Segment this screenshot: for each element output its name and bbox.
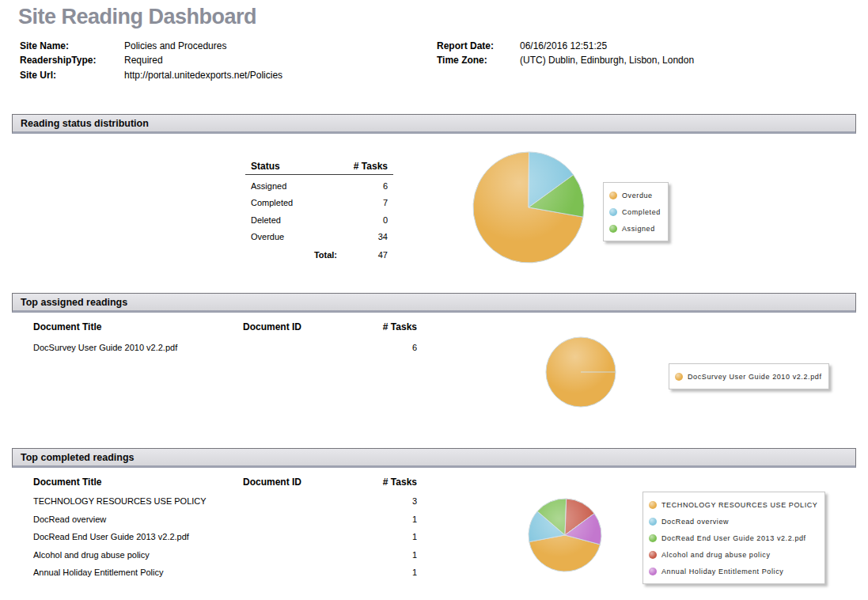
legend-swatch-icon <box>649 501 657 509</box>
page-title: Site Reading Dashboard <box>18 5 256 29</box>
site-url-value: http://portal.unitedexports.net/Policies <box>124 70 282 81</box>
legend-item: DocSurvey User Guide 2010 v2.2.pdf <box>675 368 821 385</box>
section-header-top-completed-readings: Top completed readings <box>12 448 856 468</box>
readership-type-label: ReadershipType: <box>20 55 96 66</box>
table-row: DocRead End User Guide 2013 v2.2.pdf1 <box>33 528 423 546</box>
table-row: DocSurvey User Guide 2010 v2.2.pdf6 <box>33 339 423 357</box>
legend-item: TECHNOLOGY RESOURCES USE POLICY <box>649 496 817 513</box>
completed-readings-table: Document Title Document ID # Tasks TECHN… <box>33 477 423 582</box>
table-header-row: Document Title Document ID # Tasks <box>33 321 423 332</box>
table-header-row: Status # Tasks <box>245 158 393 175</box>
legend-label: DocRead End User Guide 2013 v2.2.pdf <box>661 534 806 542</box>
section-header-reading-status-distribution: Reading status distribution <box>12 114 856 134</box>
assigned-readings-table: Document Title Document ID # Tasks DocSu… <box>33 321 423 357</box>
table-row: Assigned6 <box>245 177 393 195</box>
table-body: DocSurvey User Guide 2010 v2.2.pdf6 <box>33 339 423 357</box>
legend-swatch-icon <box>649 551 657 559</box>
legend-item: Assigned <box>609 220 661 237</box>
column-header-document-title: Document Title <box>33 477 243 488</box>
table-row: DocRead overview1 <box>33 511 423 529</box>
table-cell: 1 <box>380 550 417 560</box>
total-label: Total: <box>251 250 340 260</box>
legend-reading-status: OverdueCompletedAssigned <box>603 182 669 241</box>
table-header-row: Document Title Document ID # Tasks <box>33 477 423 488</box>
table-cell: Overdue <box>251 232 340 241</box>
legend-label: Assigned <box>622 225 655 233</box>
legend-label: Overdue <box>622 192 653 199</box>
column-header-document-id: Document ID <box>243 321 380 332</box>
table-body: TECHNOLOGY RESOURCES USE POLICY3DocRead … <box>33 492 423 582</box>
legend-label: TECHNOLOGY RESOURCES USE POLICY <box>661 501 817 509</box>
legend-item: Completed <box>609 203 661 220</box>
site-name-label: Site Name: <box>20 40 69 51</box>
column-header-document-id: Document ID <box>243 477 380 488</box>
table-row: Overdue34 <box>245 229 393 246</box>
time-zone-value: (UTC) Dublin, Edinburgh, Lisbon, London <box>520 55 694 66</box>
legend-label: Annual Holiday Entitlement Policy <box>661 568 783 575</box>
legend-top-assigned: DocSurvey User Guide 2010 v2.2.pdf <box>669 363 829 389</box>
table-cell: 6 <box>340 181 388 191</box>
legend-label: DocSurvey User Guide 2010 v2.2.pdf <box>688 373 821 381</box>
legend-swatch-icon <box>609 225 617 233</box>
column-header-tasks: # Tasks <box>380 477 417 488</box>
section-title: Top assigned readings <box>21 297 127 308</box>
site-url-label: Site Url: <box>20 70 56 81</box>
table-cell: 1 <box>380 515 417 524</box>
table-body: Assigned6Completed7Deleted0Overdue34 <box>245 177 393 245</box>
legend-swatch-icon <box>675 373 683 381</box>
table-cell: 34 <box>340 232 388 241</box>
pie-chart-top-completed <box>527 497 603 573</box>
table-cell: Deleted <box>251 215 340 225</box>
table-row: Deleted0 <box>245 211 393 229</box>
legend-item: DocRead End User Guide 2013 v2.2.pdf <box>649 530 817 546</box>
table-cell: TECHNOLOGY RESOURCES USE POLICY <box>33 496 243 506</box>
table-cell: 0 <box>340 215 388 225</box>
status-table: Status # Tasks Assigned6Completed7Delete… <box>245 158 393 264</box>
table-cell: 1 <box>380 568 417 577</box>
table-cell: DocSurvey User Guide 2010 v2.2.pdf <box>33 343 243 352</box>
table-cell: 1 <box>380 532 417 541</box>
table-cell: Alcohol and drug abuse policy <box>33 550 243 560</box>
table-cell: Assigned <box>251 181 340 191</box>
legend-item: Overdue <box>609 187 661 203</box>
section-header-top-assigned-readings: Top assigned readings <box>12 293 856 313</box>
table-row: TECHNOLOGY RESOURCES USE POLICY3 <box>33 492 423 511</box>
legend-label: DocRead overview <box>661 518 729 526</box>
legend-label: Completed <box>622 208 661 216</box>
site-name-value: Policies and Procedures <box>124 40 226 51</box>
legend-swatch-icon <box>649 568 657 575</box>
time-zone-label: Time Zone: <box>437 55 487 66</box>
site-reading-dashboard-report: Site Reading Dashboard Site Name: Polici… <box>0 0 868 600</box>
legend-item: DocRead overview <box>649 513 817 530</box>
legend-top-completed: TECHNOLOGY RESOURCES USE POLICYDocRead o… <box>642 492 825 584</box>
legend-swatch-icon <box>609 208 617 216</box>
pie-chart-reading-status <box>472 150 586 264</box>
column-header-document-title: Document Title <box>33 321 243 332</box>
legend-label: Alcohol and drug abuse policy <box>661 551 770 559</box>
table-row: Completed7 <box>245 195 393 212</box>
report-date-label: Report Date: <box>437 40 494 51</box>
column-header-tasks: # Tasks <box>380 321 417 332</box>
legend-swatch-icon <box>609 192 617 199</box>
table-cell: Completed <box>251 198 340 207</box>
table-cell: Annual Holiday Entitlement Policy <box>33 568 243 577</box>
legend-swatch-icon <box>649 534 657 542</box>
table-cell: 3 <box>380 496 417 506</box>
table-row: Annual Holiday Entitlement Policy1 <box>33 564 423 582</box>
table-cell: 6 <box>380 343 417 352</box>
column-header-tasks: # Tasks <box>340 161 388 172</box>
legend-swatch-icon <box>649 518 657 526</box>
readership-type-value: Required <box>124 55 163 66</box>
pie-chart-top-assigned <box>544 336 617 408</box>
legend-item: Alcohol and drug abuse policy <box>649 546 817 563</box>
total-value: 47 <box>340 250 388 260</box>
section-title: Reading status distribution <box>21 118 149 129</box>
table-cell: DocRead overview <box>33 515 243 524</box>
section-title: Top completed readings <box>21 452 135 463</box>
table-cell: 7 <box>340 198 388 207</box>
report-date-value: 06/16/2016 12:51:25 <box>520 40 607 51</box>
legend-item: Annual Holiday Entitlement Policy <box>649 563 817 579</box>
column-header-status: Status <box>251 161 340 172</box>
table-row: Alcohol and drug abuse policy1 <box>33 546 423 564</box>
table-cell: DocRead End User Guide 2013 v2.2.pdf <box>33 532 243 541</box>
